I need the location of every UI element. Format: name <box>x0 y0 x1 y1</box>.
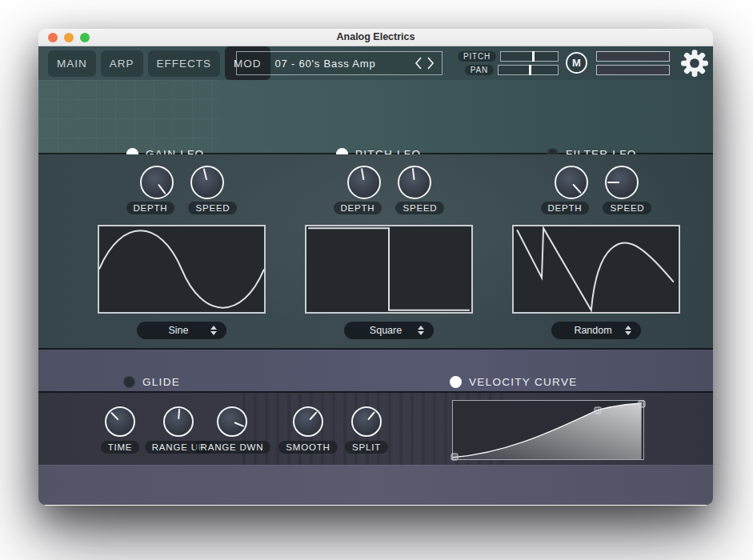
glide-time-knob[interactable] <box>105 406 135 437</box>
glide-toggle[interactable] <box>123 376 135 388</box>
filter-depth-knob[interactable] <box>555 166 588 199</box>
updown-arrows-icon <box>418 326 424 335</box>
pitch-lfo-section: DEPTH SPEED Square <box>305 154 473 348</box>
knob-pointer <box>157 184 166 194</box>
title-bar: Analog Electrics <box>38 29 713 46</box>
pan-label: PAN <box>465 65 494 75</box>
filter-speed-knob[interactable] <box>605 166 639 199</box>
random-wave <box>517 228 674 310</box>
preset-selector[interactable]: 07 - 60's Bass Amp <box>236 51 443 75</box>
knob-pointer <box>411 168 415 180</box>
settings-gear-icon[interactable] <box>680 49 709 78</box>
pitch-waveform-display <box>305 225 473 314</box>
window-title: Analog Electrics <box>38 31 713 42</box>
pan-slider[interactable] <box>498 65 559 75</box>
filter-depth-label: DEPTH <box>541 202 590 214</box>
gain-wave-value: Sine <box>146 325 210 336</box>
glide-split-knob[interactable] <box>351 406 382 437</box>
knob-pointer <box>110 412 119 421</box>
tab-main[interactable]: MAIN <box>48 50 96 77</box>
pitch-depth-label: DEPTH <box>334 202 383 214</box>
top-bar: MAIN ARP EFFECTS MOD 07 - 60's Bass Amp … <box>38 46 713 80</box>
velocity-curve-header: VELOCITY CURVE <box>450 376 578 388</box>
knob-pointer <box>367 411 375 421</box>
gain-waveform-display <box>98 225 266 314</box>
glide-range-dwn-control: RANGE DWN <box>192 406 272 454</box>
glide-smooth-knob[interactable] <box>293 406 323 437</box>
filter-speed-label: SPEED <box>603 202 651 214</box>
velocity-curve-toggle[interactable] <box>450 376 462 388</box>
knob-pointer <box>309 411 318 420</box>
pitch-speed-knob[interactable] <box>398 166 431 199</box>
plugin-window: Analog Electrics MAIN ARP EFFECTS MOD 07… <box>38 29 713 506</box>
pitch-slider-thumb[interactable] <box>532 51 535 62</box>
pitch-slider[interactable] <box>500 51 559 62</box>
gain-depth-knob[interactable] <box>140 166 174 199</box>
velocity-curve-title: VELOCITY CURVE <box>469 376 578 388</box>
glide-header: GLIDE <box>123 376 180 388</box>
glide-time-label: TIME <box>101 441 140 454</box>
filter-lfo-section: DEPTH SPEED Random <box>512 154 680 348</box>
pan-slider-thumb[interactable] <box>529 65 531 75</box>
velocity-handle-end[interactable] <box>638 400 645 407</box>
glide-range-dwn-label: RANGE DWN <box>194 441 271 454</box>
updown-arrows-icon <box>210 326 217 335</box>
glide-velocity-band: TIME RANGE UP RANGE DWN SMOOTH <box>38 391 713 465</box>
level-meter-left <box>596 51 670 62</box>
background-grid-texture <box>38 80 218 153</box>
velocity-curve-editor[interactable] <box>452 400 644 460</box>
knob-pointer <box>572 183 582 194</box>
midi-m-button[interactable]: M <box>566 52 587 74</box>
pitch-speed-label: SPEED <box>395 202 444 214</box>
gain-lfo-section: DEPTH SPEED Sine <box>98 154 266 348</box>
tab-effects[interactable]: EFFECTS <box>148 50 221 77</box>
hero-strip: GAIN LFO PITCH LFO FILTER LFO <box>38 80 713 154</box>
glide-title: GLIDE <box>142 376 180 388</box>
knob-pointer <box>202 168 207 180</box>
level-meter-right <box>596 65 670 75</box>
knob-pointer <box>234 422 244 427</box>
glide-split-control: SPLIT <box>326 406 407 454</box>
glide-split-label: SPLIT <box>345 441 388 454</box>
chevron-left-icon[interactable] <box>414 56 423 70</box>
glide-range-dwn-knob[interactable] <box>217 406 247 437</box>
filter-waveform-display <box>512 225 680 314</box>
filter-wave-select[interactable]: Random <box>551 322 641 339</box>
preset-arrows <box>414 56 442 70</box>
square-wave <box>308 228 470 310</box>
velocity-handle-mid[interactable] <box>594 406 601 414</box>
knob-pointer <box>607 182 619 184</box>
filter-wave-value: Random <box>561 325 625 336</box>
pitch-pan-panel: PITCH PAN <box>458 50 559 78</box>
chevron-right-icon[interactable] <box>426 56 435 70</box>
gain-speed-label: SPEED <box>188 202 237 214</box>
pitch-wave-select[interactable]: Square <box>344 322 434 339</box>
gain-speed-knob[interactable] <box>190 166 224 199</box>
tab-arp[interactable]: ARP <box>101 50 143 77</box>
preset-name: 07 - 60's Bass Amp <box>237 58 414 70</box>
pitch-label: PITCH <box>458 51 496 62</box>
level-meters <box>596 51 670 75</box>
gain-depth-label: DEPTH <box>126 202 175 214</box>
glide-range-up-knob[interactable] <box>163 406 194 437</box>
pitch-depth-knob[interactable] <box>347 166 381 199</box>
glide-velocity-header-band: GLIDE VELOCITY CURVE <box>38 348 713 391</box>
knob-pointer <box>360 168 364 180</box>
updown-arrows-icon <box>625 326 631 335</box>
plugin-content: MAIN ARP EFFECTS MOD 07 - 60's Bass Amp … <box>38 46 713 505</box>
bottom-strip <box>38 465 713 503</box>
sine-wave <box>99 230 264 307</box>
velocity-handle-start[interactable] <box>451 454 459 461</box>
knob-pointer <box>178 409 180 419</box>
gain-wave-select[interactable]: Sine <box>137 322 226 339</box>
lfo-band: DEPTH SPEED Sine <box>38 154 713 348</box>
pitch-wave-value: Square <box>354 325 418 336</box>
velocity-curve-fill <box>453 403 642 459</box>
